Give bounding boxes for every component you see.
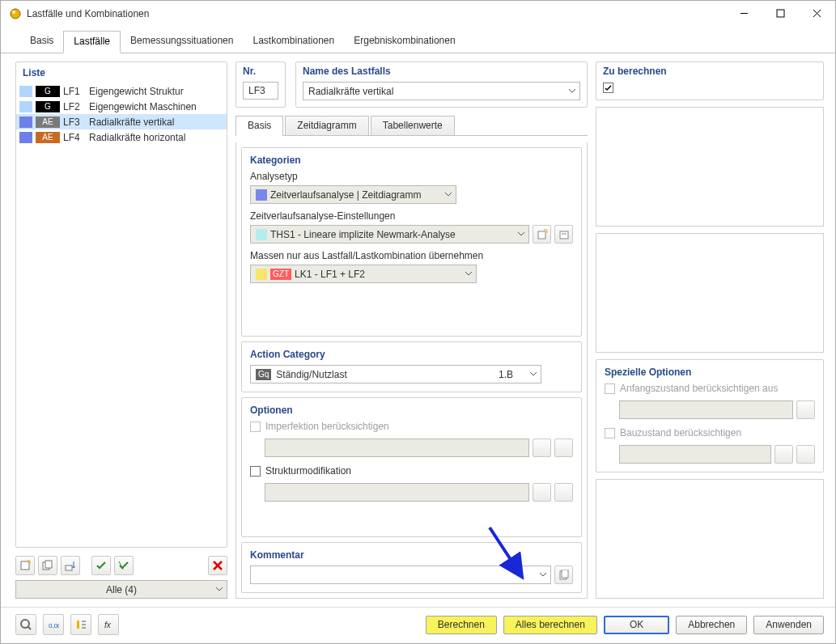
chevron-down-icon bbox=[465, 269, 473, 280]
zeit-einstellungen-label: Zeitverlaufsanalyse-Einstellungen bbox=[250, 210, 573, 222]
kommentar-title: Kommentar bbox=[250, 549, 573, 561]
list-item[interactable]: AE LF3 Radialkräfte vertikal bbox=[16, 114, 227, 129]
zuberechnen-label: Zu berechnen bbox=[603, 66, 817, 77]
kommentar-edit-button[interactable] bbox=[554, 566, 573, 584]
svg-point-19 bbox=[21, 620, 29, 628]
copy-button[interactable] bbox=[38, 556, 57, 575]
color-swatch bbox=[256, 229, 267, 240]
chevron-down-icon bbox=[539, 570, 547, 581]
deselect-all-button[interactable] bbox=[114, 556, 134, 575]
anwenden-button[interactable]: Anwenden bbox=[753, 616, 824, 634]
imperfektion-checkbox bbox=[250, 422, 261, 432]
action-category-combo[interactable]: Gq Ständig/Nutzlast 1.B bbox=[250, 365, 541, 383]
list-item[interactable]: G LF2 Eigengewicht Maschinen bbox=[16, 99, 227, 114]
subtab-basis[interactable]: Basis bbox=[236, 116, 283, 136]
svg-text:fx: fx bbox=[104, 621, 112, 629]
svg-line-20 bbox=[28, 627, 31, 629]
kommentar-combo[interactable] bbox=[250, 566, 551, 584]
svg-rect-9 bbox=[66, 566, 72, 570]
svg-rect-14 bbox=[560, 231, 568, 239]
lf-name: Radialkräfte vertikal bbox=[89, 117, 174, 128]
kategorien-title: Kategorien bbox=[250, 155, 573, 166]
tool-button-1[interactable] bbox=[70, 614, 91, 635]
strukturmod-checkbox[interactable] bbox=[250, 466, 261, 477]
list-item[interactable]: AE LF4 Radialkräfte horizontal bbox=[16, 129, 227, 145]
chevron-down-icon bbox=[568, 86, 576, 97]
lf-name: Radialkräfte horizontal bbox=[89, 132, 185, 143]
imperfektion-label: Imperfektion berücksichtigen bbox=[265, 421, 389, 432]
color-swatch bbox=[256, 269, 267, 280]
filter-combo[interactable]: Alle (4) bbox=[15, 580, 227, 599]
svg-line-10 bbox=[119, 561, 123, 570]
subtab-tabellenwerte[interactable]: Tabellenwerte bbox=[371, 116, 455, 135]
bauzustand-checkbox bbox=[605, 428, 615, 439]
spezielle-title: Spezielle Optionen bbox=[605, 366, 815, 378]
anfangszustand-combo bbox=[619, 400, 793, 419]
color-swatch bbox=[19, 101, 32, 112]
imperf-new-button bbox=[533, 439, 551, 457]
analysetyp-label: Analysetyp bbox=[250, 171, 573, 182]
tab-lastfaelle[interactable]: Lastfälle bbox=[63, 31, 121, 53]
svg-rect-22 bbox=[77, 621, 79, 629]
sort-button[interactable] bbox=[61, 556, 80, 575]
svg-point-1 bbox=[12, 11, 15, 14]
bauzustand-combo bbox=[619, 445, 771, 464]
bauzustand-edit-button bbox=[796, 445, 815, 464]
category-badge: G bbox=[36, 101, 60, 112]
alles-berechnen-button[interactable]: Alles berechnen bbox=[503, 616, 597, 634]
lf-code: LF4 bbox=[63, 132, 86, 143]
nr-input[interactable]: LF3 bbox=[243, 82, 278, 100]
tab-ergebniskombinationen[interactable]: Ergebniskombinationen bbox=[344, 31, 465, 53]
lf-code: LF1 bbox=[63, 86, 86, 97]
tool-button-2[interactable]: fx bbox=[98, 614, 119, 635]
berechnen-button[interactable]: Berechnen bbox=[426, 616, 497, 634]
list-item[interactable]: G LF1 Eigengewicht Struktur bbox=[16, 83, 227, 99]
name-label: Name des Lastfalls bbox=[303, 66, 580, 77]
ok-button[interactable]: OK bbox=[604, 616, 669, 634]
color-swatch bbox=[19, 132, 32, 143]
minimize-button[interactable] bbox=[726, 2, 762, 25]
units-button[interactable]: 0,00 bbox=[43, 614, 64, 635]
maximize-button[interactable] bbox=[762, 2, 799, 25]
new-ths-button[interactable] bbox=[533, 225, 551, 244]
zeit-einstellungen-combo[interactable]: THS1 - Lineare implizite Newmark-Analyse bbox=[250, 225, 529, 244]
imperfektion-combo bbox=[265, 439, 529, 457]
lf-name: Eigengewicht Maschinen bbox=[89, 101, 197, 112]
abbrechen-button[interactable]: Abbrechen bbox=[676, 616, 747, 634]
load-case-list: Liste G LF1 Eigengewicht Struktur G LF2 bbox=[15, 61, 227, 548]
color-swatch bbox=[19, 86, 32, 97]
category-badge: AE bbox=[36, 132, 60, 143]
new-button[interactable] bbox=[15, 556, 35, 575]
optionen-title: Optionen bbox=[250, 405, 573, 416]
app-icon bbox=[9, 7, 22, 20]
category-badge: G bbox=[36, 86, 60, 97]
struktmod-edit-button bbox=[554, 483, 573, 502]
window-title: Lastfälle und Kombinationen bbox=[27, 8, 726, 19]
right-panel-2 bbox=[596, 233, 824, 353]
bauzustand-label: Bauzustand berücksichtigen bbox=[620, 427, 741, 439]
strukturmod-label: Strukturmodifikation bbox=[265, 465, 351, 477]
subtab-zeitdiagramm[interactable]: Zeitdiagramm bbox=[285, 116, 368, 135]
delete-button[interactable] bbox=[208, 556, 227, 575]
tab-lastkombinationen[interactable]: Lastkombinationen bbox=[243, 31, 344, 53]
tab-basis[interactable]: Basis bbox=[20, 31, 63, 53]
edit-ths-button[interactable] bbox=[554, 225, 573, 244]
chevron-down-icon bbox=[215, 584, 223, 595]
zuberechnen-checkbox[interactable] bbox=[603, 83, 613, 93]
action-extra: 1.B bbox=[499, 369, 513, 380]
close-button[interactable] bbox=[799, 2, 835, 25]
anfangszustand-checkbox bbox=[605, 383, 615, 394]
lf-code: LF3 bbox=[63, 117, 86, 128]
tab-bemessung[interactable]: Bemessungssituationen bbox=[121, 31, 243, 53]
svg-point-0 bbox=[11, 9, 20, 19]
name-combo[interactable]: Radialkräfte vertikal bbox=[303, 82, 580, 100]
help-button[interactable] bbox=[15, 614, 36, 635]
svg-rect-8 bbox=[45, 561, 52, 568]
titlebar: Lastfälle und Kombinationen bbox=[1, 1, 835, 26]
select-all-button[interactable] bbox=[91, 556, 111, 575]
chevron-down-icon bbox=[517, 229, 525, 240]
analysetyp-combo[interactable]: Zeitverlaufsanalyse | Zeitdiagramm bbox=[250, 185, 456, 204]
lf-code: LF2 bbox=[63, 101, 86, 112]
massen-combo[interactable]: GZT LK1 - LF1 + LF2 bbox=[250, 265, 477, 283]
svg-rect-17 bbox=[562, 570, 568, 578]
